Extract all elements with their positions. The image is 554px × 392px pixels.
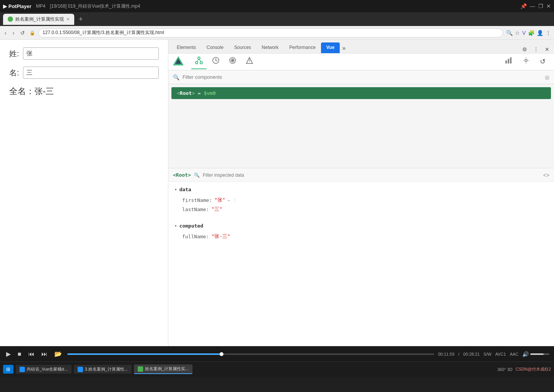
player-video-codec: AVC1 xyxy=(495,352,506,356)
vue-toolbar: ↺ xyxy=(168,54,554,70)
vuex-btn[interactable] xyxy=(225,54,240,69)
taskbar-csdn-label: CSDN@付木成柱2 xyxy=(516,366,551,372)
taskbar-item-vscode[interactable]: 3.姓名案例_计算属性... xyxy=(74,365,132,374)
bookmark-icon[interactable]: ☆ xyxy=(515,30,520,36)
refresh-button[interactable]: ↺ xyxy=(19,28,26,37)
file-name: [19/168] 019_尚硅谷Vue技术_计算属性.mp4 xyxy=(50,3,516,10)
fullname-row: fullName: "张-三" xyxy=(174,232,548,241)
first-name-input[interactable] xyxy=(23,47,159,60)
window-controls: 📌 — ❐ ✕ xyxy=(520,3,551,9)
menu-icon[interactable]: ⋮ xyxy=(546,30,551,36)
components-btn[interactable] xyxy=(191,54,207,69)
volume-icon: 🔊 xyxy=(522,351,529,357)
browser-tab-bar: 姓名案例_计算属性实现 ✕ + xyxy=(0,12,554,26)
last-name-label: 名: xyxy=(9,68,23,78)
extension-icon: 🧩 xyxy=(528,30,534,36)
taskbar-right: 360° 3D CSDN@付木成柱2 xyxy=(497,366,551,372)
root-component-item[interactable]: <Root> = $vm0 xyxy=(171,87,551,99)
computed-section-header[interactable]: ▾ computed xyxy=(174,223,548,229)
firstname-edit-icon[interactable]: ✏ xyxy=(228,198,230,203)
tab-sources[interactable]: Sources xyxy=(229,42,256,53)
app-name[interactable]: ▶ PotPlayer xyxy=(3,3,31,9)
router-btn[interactable] xyxy=(242,54,257,69)
player-format: S/W xyxy=(484,352,492,356)
main-area: 姓: 名: 全名：张-三 Elements Console Sources Ne… xyxy=(0,40,554,346)
next-button[interactable]: ⏭ xyxy=(40,350,49,358)
config-btn[interactable] xyxy=(518,54,534,69)
devtools-panel: Elements Console Sources Network Perform… xyxy=(168,40,554,346)
minimize-icon[interactable]: — xyxy=(530,3,535,9)
svg-rect-14 xyxy=(508,59,509,63)
code-view-icon[interactable]: <> xyxy=(543,172,549,178)
firstname-row: firstName: "张" ✏ ⋮ xyxy=(174,195,548,205)
tab-performance[interactable]: Performance xyxy=(284,42,321,53)
player-bar: ▶ ■ ⏮ ⏭ 📂 00:11:59 / 00:28:21 S/W AVC1 A… xyxy=(0,346,554,361)
devtools-right-icons: ⚙ ⋮ ✕ xyxy=(521,46,551,53)
tab-favicon xyxy=(8,16,13,22)
lastname-value: "三" xyxy=(211,206,222,213)
address-bar[interactable] xyxy=(38,28,503,37)
stop-button[interactable]: ■ xyxy=(16,350,23,358)
tab-console[interactable]: Console xyxy=(201,42,229,53)
firstname-menu-icon[interactable]: ⋮ xyxy=(233,198,237,203)
volume-control[interactable]: 🔊 xyxy=(522,351,549,357)
progress-bar[interactable] xyxy=(67,353,434,355)
open-button[interactable]: 📂 xyxy=(53,350,64,358)
inspected-header: <Root> 🔍 <> xyxy=(168,168,554,182)
timeline-btn[interactable] xyxy=(208,54,223,69)
computed-section: ▾ computed fullName: "张-三" xyxy=(168,218,554,246)
lastname-key: lastName: xyxy=(182,207,209,212)
data-section: ▾ data firstName: "张" ✏ ⋮ lastName: "三" xyxy=(168,182,554,218)
taskbar-item-browser[interactable]: 姓名案例_计算属性实... xyxy=(134,364,192,374)
forward-button[interactable]: › xyxy=(11,28,16,37)
taskbar-item-word[interactable]: 尚硅谷_Vue全家桶d... xyxy=(16,365,72,374)
firstname-value: "张" xyxy=(214,197,225,203)
refresh-vue-btn[interactable]: ↺ xyxy=(536,54,549,69)
profile-icon: 👤 xyxy=(537,30,543,36)
chart-btn[interactable] xyxy=(501,54,516,69)
tab-elements[interactable]: Elements xyxy=(171,42,201,53)
tab-vue[interactable]: Vue xyxy=(321,42,340,53)
volume-fill xyxy=(530,353,544,355)
filter-components-input[interactable] xyxy=(182,74,542,80)
tab-network[interactable]: Network xyxy=(256,42,284,53)
close-devtools-icon[interactable]: ✕ xyxy=(543,46,551,53)
active-tab[interactable]: 姓名案例_计算属性实现 ✕ xyxy=(3,14,74,25)
player-total-time: 00:28:21 xyxy=(463,352,480,356)
prev-button[interactable]: ⏮ xyxy=(27,350,36,358)
more-tabs-button[interactable]: » xyxy=(340,43,348,53)
filter-inspected-input[interactable] xyxy=(203,172,540,178)
page-content: 姓: 名: 全名：张-三 xyxy=(0,40,168,346)
data-section-header[interactable]: ▾ data xyxy=(174,187,548,192)
last-name-input[interactable] xyxy=(23,67,159,79)
inspected-panel: <Root> 🔍 <> ▾ data firstName: "张" ✏ ⋮ xyxy=(168,168,554,346)
zoom-icon: 🔍 xyxy=(506,30,513,36)
taskbar: ⊞ 尚硅谷_Vue全家桶d... 3.姓名案例_计算属性... 姓名案例_计算属… xyxy=(0,361,554,377)
computed-section-label: computed xyxy=(179,223,204,229)
volume-bar[interactable] xyxy=(530,353,549,355)
back-button[interactable]: ‹ xyxy=(3,28,8,37)
more-options-icon[interactable]: ⋮ xyxy=(532,46,540,53)
svg-point-2 xyxy=(198,57,200,59)
inspected-root-label: <Root> xyxy=(173,172,191,178)
new-tab-button[interactable]: + xyxy=(77,15,85,23)
svg-point-16 xyxy=(525,59,527,62)
vue-logo xyxy=(173,56,184,68)
pin-icon[interactable]: 📌 xyxy=(520,3,527,9)
start-button[interactable]: ⊞ xyxy=(3,365,13,374)
lastname-row: lastName: "三" xyxy=(174,205,548,214)
word-icon xyxy=(20,367,25,372)
file-format: MP4 xyxy=(36,3,46,9)
settings-icon[interactable]: ⚙ xyxy=(521,46,529,53)
close-icon[interactable]: ✕ xyxy=(546,3,551,9)
devtools-tab-bar: Elements Console Sources Network Perform… xyxy=(168,40,554,54)
filter-settings-icon[interactable]: ◎ xyxy=(545,74,549,80)
tab-close-button[interactable]: ✕ xyxy=(66,17,70,22)
play-button[interactable]: ▶ xyxy=(5,350,12,358)
filter-search-icon: 🔍 xyxy=(173,74,179,80)
restore-icon[interactable]: ❐ xyxy=(538,3,543,9)
title-bar: ▶ PotPlayer MP4 [19/168] 019_尚硅谷Vue技术_计算… xyxy=(0,0,554,12)
fullname-display: 全名：张-三 xyxy=(9,86,159,97)
filter-bar: 🔍 ◎ xyxy=(168,70,554,84)
fullname-key: fullName: xyxy=(182,234,209,239)
